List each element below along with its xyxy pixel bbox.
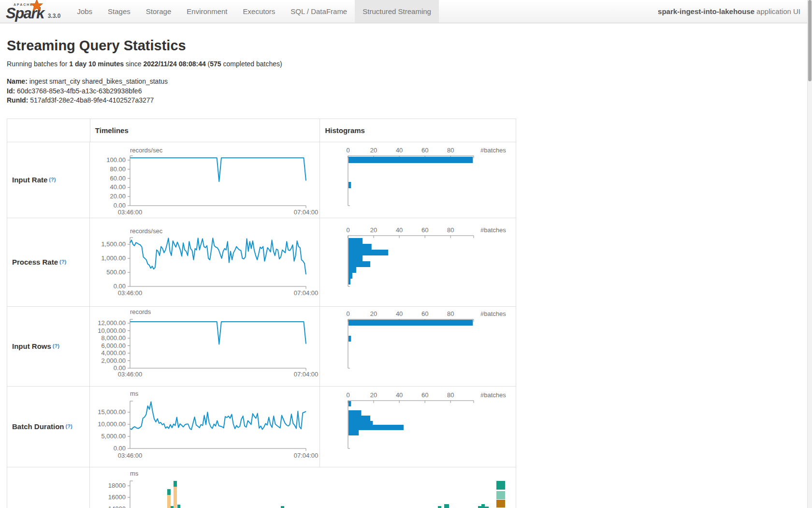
svg-text:03:46:00: 03:46:00	[118, 209, 143, 216]
svg-text:1,000.00: 1,000.00	[101, 254, 126, 262]
svg-text:20.00: 20.00	[110, 193, 126, 200]
table-row-operation-duration: ms180001600014000	[7, 467, 516, 508]
table-row-input-rows: Input Rows(?)records12,000.0010,000.008,…	[7, 306, 516, 386]
svg-text:ms: ms	[130, 470, 139, 477]
svg-text:20: 20	[370, 391, 377, 399]
svg-text:records/sec: records/sec	[130, 147, 163, 154]
histogram-cell-batch-duration: 020406080#batches	[320, 387, 516, 467]
svg-text:0: 0	[346, 391, 349, 399]
svg-text:16000: 16000	[108, 493, 126, 501]
tab-structured-streaming[interactable]: Structured Streaming	[355, 0, 439, 23]
svg-text:0: 0	[346, 310, 349, 317]
svg-text:80: 80	[447, 310, 454, 317]
histogram-cell-input-rows: 020406080#batches	[320, 307, 516, 386]
row-label-cell-input-rows: Input Rows(?)	[7, 307, 90, 386]
svg-text:records/sec: records/sec	[130, 227, 163, 235]
process-rate-histogram-chart: 020406080#batches	[320, 218, 516, 306]
svg-text:40: 40	[396, 310, 403, 317]
svg-text:60: 60	[421, 310, 428, 317]
timeline-cell-input-rate: records/sec100.0080.0060.0040.0020.000.0…	[90, 142, 320, 218]
svg-text:07:04:00: 07:04:00	[294, 289, 319, 297]
svg-text:60.00: 60.00	[110, 174, 126, 181]
help-tooltip-link[interactable]: (?)	[66, 424, 72, 429]
help-tooltip-link[interactable]: (?)	[59, 259, 66, 265]
tab-executors[interactable]: Executors	[235, 0, 283, 23]
svg-text:20: 20	[370, 226, 377, 234]
operation-duration-chart-cell: ms180001600014000	[90, 467, 516, 508]
svg-text:60: 60	[421, 391, 428, 399]
svg-text:20: 20	[370, 310, 377, 317]
svg-text:5,000.00: 5,000.00	[101, 433, 126, 440]
svg-text:2,000.00: 2,000.00	[101, 357, 126, 364]
svg-text:12,000.00: 12,000.00	[98, 319, 126, 327]
help-tooltip-link[interactable]: (?)	[53, 344, 59, 349]
svg-text:07:04:00: 07:04:00	[294, 209, 319, 216]
svg-text:40.00: 40.00	[110, 183, 126, 191]
svg-text:80.00: 80.00	[110, 165, 126, 172]
input-rows-timeline-chart: records12,000.0010,000.008,000.006,000.0…	[90, 307, 319, 386]
svg-text:20: 20	[370, 147, 377, 154]
help-tooltip-link[interactable]: (?)	[49, 177, 56, 182]
row-label: Input Rate	[12, 176, 47, 184]
svg-text:10,000.00: 10,000.00	[98, 327, 126, 334]
svg-text:0: 0	[346, 226, 349, 234]
row-label: Batch Duration	[12, 422, 64, 431]
batch-duration-timeline-chart: ms15,000.0010,000.005,000.000.0003:46:00…	[90, 387, 319, 467]
timeline-cell-input-rows: records12,000.0010,000.008,000.006,000.0…	[90, 307, 320, 386]
nav-tabs: JobsStagesStorageEnvironmentExecutorsSQL…	[69, 0, 439, 23]
statistics-table: Timelines Histograms Input Rate(?)record…	[7, 119, 516, 508]
svg-text:03:46:00: 03:46:00	[118, 452, 143, 459]
svg-text:60: 60	[421, 147, 428, 154]
completed-batches-count: 575	[210, 60, 221, 68]
svg-text:14000: 14000	[108, 505, 126, 508]
svg-text:0.00: 0.00	[114, 445, 126, 452]
input-rows-histogram-chart: 020406080#batches	[320, 307, 516, 386]
query-id-value: 60dc3768-85e3-4fb5-a13c-63b29938bfe6	[17, 87, 142, 95]
row-label-cell-process-rate: Process Rate(?)	[7, 218, 90, 306]
tab-environment[interactable]: Environment	[179, 0, 235, 23]
query-runid-value: 517afd3f-28e2-4ba8-9fe4-4102527a3277	[30, 96, 154, 104]
svg-text:#batches: #batches	[480, 310, 506, 317]
svg-text:records: records	[130, 308, 151, 315]
vertical-scrollbar[interactable]	[807, 0, 812, 508]
svg-text:18000: 18000	[108, 482, 126, 489]
svg-text:40: 40	[396, 391, 403, 399]
svg-text:0: 0	[346, 147, 349, 154]
svg-text:0.00: 0.00	[114, 202, 126, 209]
row-label-cell-operation-duration	[7, 467, 90, 508]
scrollbar-thumb[interactable]	[808, 0, 812, 81]
timeline-cell-batch-duration: ms15,000.0010,000.005,000.000.0003:46:00…	[90, 387, 320, 467]
histogram-cell-input-rate: 020406080#batches	[320, 142, 516, 218]
spark-logo[interactable]: APACHE Spark	[0, 0, 45, 23]
svg-text:0.00: 0.00	[114, 283, 126, 290]
input-rate-histogram-chart: 020406080#batches	[320, 142, 516, 218]
process-rate-timeline-chart: records/sec1,500.001,000.00500.000.0003:…	[90, 218, 319, 306]
svg-text:8,000.00: 8,000.00	[101, 334, 126, 342]
application-suffix: application UI	[756, 7, 800, 15]
operation-duration-stacked-chart: ms180001600014000	[90, 467, 516, 508]
query-name-value: ingest smart_city shared_bikes_station_s…	[29, 77, 168, 85]
query-id-line: Id: 60dc3768-85e3-4fb5-a13c-63b29938bfe6	[7, 87, 812, 96]
tab-sql-dataframe[interactable]: SQL / DataFrame	[283, 0, 355, 23]
spark-version: 3.3.0	[45, 13, 61, 23]
svg-text:07:04:00: 07:04:00	[294, 452, 319, 459]
running-batches-line: Running batches for 1 day 10 minutes sin…	[7, 60, 812, 68]
svg-text:ms: ms	[130, 390, 139, 397]
running-duration: 1 day 10 minutes	[69, 60, 124, 68]
table-header-row: Timelines Histograms	[7, 119, 516, 142]
batch-duration-histogram-chart: 020406080#batches	[320, 387, 516, 467]
svg-text:500.00: 500.00	[106, 269, 126, 276]
svg-text:40: 40	[396, 147, 403, 154]
top-navbar: APACHE Spark 3.3.0 JobsStagesStorageEnvi…	[0, 0, 812, 23]
header-empty-cell	[7, 119, 90, 142]
svg-text:6,000.00: 6,000.00	[101, 342, 126, 349]
header-timelines: Timelines	[90, 119, 320, 142]
tab-storage[interactable]: Storage	[138, 0, 179, 23]
query-runid-line: RunId: 517afd3f-28e2-4ba8-9fe4-4102527a3…	[7, 96, 812, 105]
svg-text:1,500.00: 1,500.00	[101, 240, 126, 248]
tab-stages[interactable]: Stages	[100, 0, 138, 23]
tab-jobs[interactable]: Jobs	[69, 0, 100, 23]
svg-text:#batches: #batches	[480, 391, 506, 399]
svg-text:03:46:00: 03:46:00	[118, 289, 143, 297]
query-meta: Name: ingest smart_city shared_bikes_sta…	[7, 77, 812, 105]
